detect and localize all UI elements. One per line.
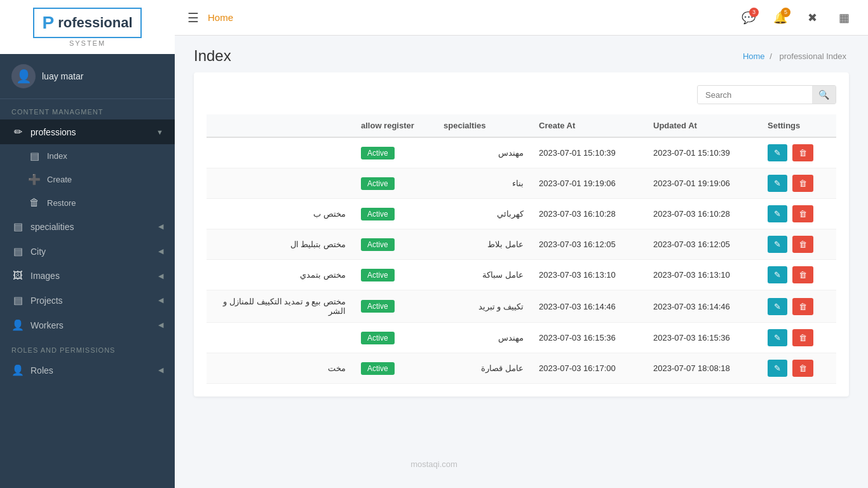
cell-updated: 2023-07-01 19:19:06 — [646, 168, 760, 199]
hamburger-icon[interactable]: ☰ — [187, 10, 199, 25]
chevron-left-icon-roles: ◀ — [158, 366, 163, 374]
delete-button[interactable]: 🗑 — [792, 298, 813, 315]
roles-icon: 👤 — [11, 364, 24, 376]
cell-name: مختص بيع و تمديد التكييف للمنازل و الشر — [207, 290, 353, 323]
images-icon: 🖼 — [11, 270, 24, 281]
logo-box: P rofessional — [33, 8, 141, 38]
notification-button[interactable]: 🔔 5 — [769, 6, 792, 29]
cell-register: Active — [353, 137, 436, 168]
col-header-updated: Updated At — [646, 114, 760, 137]
cell-specialties: عامل سباكة — [436, 260, 531, 290]
user-section: 👤 luay matar — [0, 54, 175, 99]
cell-name: مختص بتمدي — [207, 260, 353, 290]
status-badge: Active — [361, 300, 395, 313]
projects-icon: ▤ — [11, 294, 24, 306]
sidebar-item-index[interactable]: ▤ Index — [0, 144, 175, 168]
sidebar-item-create[interactable]: ➕ Create — [0, 168, 175, 191]
table-row: مختص بتبليط ال Active عامل بلاط 2023-07-… — [207, 229, 836, 260]
chevron-left-icon-images: ◀ — [158, 272, 163, 280]
grid-button[interactable]: ▦ — [832, 6, 855, 29]
sidebar-item-label-roles: Roles — [31, 365, 53, 376]
sidebar-item-label-projects: Projects — [31, 295, 63, 306]
cell-created: 2023-07-01 15:10:39 — [531, 137, 646, 168]
delete-button[interactable]: 🗑 — [792, 266, 813, 283]
cell-created: 2023-07-01 19:19:06 — [531, 168, 646, 199]
breadcrumb-home[interactable]: Home — [743, 51, 765, 61]
sidebar-item-label-city: City — [31, 247, 46, 257]
main-area: ☰ Home 💬 3 🔔 5 ✖ ▦ Index Home / prof — [175, 0, 868, 488]
cell-created: 2023-07-03 16:14:46 — [531, 290, 646, 323]
home-link[interactable]: Home — [208, 12, 233, 23]
cell-updated: 2023-07-07 18:08:18 — [646, 353, 760, 384]
page-title: Index — [194, 47, 231, 65]
cell-name — [207, 168, 353, 199]
cell-register: Active — [353, 353, 436, 384]
content-area: 🔍 allow register specialties Create At U… — [175, 72, 868, 488]
chevron-left-icon-projects: ◀ — [158, 296, 163, 304]
close-button[interactable]: ✖ — [801, 6, 824, 29]
chevron-left-icon-workers: ◀ — [158, 321, 163, 329]
cell-settings: ✎ 🗑 — [760, 137, 836, 168]
edit-button[interactable]: ✎ — [768, 266, 787, 283]
status-badge: Active — [361, 147, 395, 159]
search-button[interactable]: 🔍 — [812, 86, 836, 104]
sidebar-item-label-restore: Restore — [47, 198, 76, 208]
delete-button[interactable]: 🗑 — [792, 360, 813, 377]
cell-name: مختص ب — [207, 199, 353, 229]
city-icon: ▤ — [11, 245, 24, 257]
cell-settings: ✎ 🗑 — [760, 199, 836, 229]
sidebar-item-label-specialities: specialities — [31, 222, 74, 232]
cell-updated: 2023-07-01 15:10:39 — [646, 137, 760, 168]
table-row: مختص بيع و تمديد التكييف للمنازل و الشر … — [207, 290, 836, 323]
sidebar-item-city[interactable]: ▤ City ◀ — [0, 239, 175, 264]
edit-button[interactable]: ✎ — [768, 298, 787, 315]
content-section-label: Content Managment — [0, 99, 175, 119]
sidebar-item-workers[interactable]: 👤 Workers ◀ — [0, 313, 175, 337]
edit-button[interactable]: ✎ — [768, 236, 787, 253]
delete-button[interactable]: 🗑 — [792, 175, 813, 192]
sidebar-item-restore[interactable]: 🗑 Restore — [0, 191, 175, 214]
status-badge: Active — [361, 269, 395, 281]
data-table: allow register specialties Create At Upd… — [207, 114, 836, 384]
notif-badge: 5 — [781, 8, 790, 17]
logo-sub: SYSTEM — [33, 39, 141, 47]
cell-created: 2023-07-03 16:17:00 — [531, 353, 646, 384]
grid-icon: ▦ — [839, 11, 850, 25]
col-header-specialties: specialties — [436, 114, 531, 137]
page-header: Index Home / professional Index — [175, 36, 868, 72]
sidebar-item-specialities[interactable]: ▤ specialities ◀ — [0, 214, 175, 239]
cell-register: Active — [353, 323, 436, 353]
edit-button[interactable]: ✎ — [768, 205, 787, 222]
cell-updated: 2023-07-03 16:13:10 — [646, 260, 760, 290]
delete-button[interactable]: 🗑 — [792, 329, 813, 346]
avatar-icon: 👤 — [16, 69, 32, 84]
sidebar-item-label-index: Index — [47, 151, 67, 161]
delete-button[interactable]: 🗑 — [792, 236, 813, 253]
sidebar-item-projects[interactable]: ▤ Projects ◀ — [0, 288, 175, 313]
cell-settings: ✎ 🗑 — [760, 290, 836, 323]
edit-button[interactable]: ✎ — [768, 144, 787, 161]
cell-specialties: عامل بلاط — [436, 229, 531, 260]
sidebar-item-roles[interactable]: 👤 Roles ◀ — [0, 358, 175, 383]
cell-specialties: مهندس — [436, 137, 531, 168]
cell-updated: 2023-07-03 16:15:36 — [646, 323, 760, 353]
status-badge: Active — [361, 362, 395, 375]
search-input[interactable] — [698, 86, 812, 104]
close-icon: ✖ — [808, 11, 817, 25]
status-badge: Active — [361, 238, 395, 251]
edit-button[interactable]: ✎ — [768, 329, 787, 346]
delete-button[interactable]: 🗑 — [792, 144, 813, 161]
sidebar-item-images[interactable]: 🖼 Images ◀ — [0, 264, 175, 288]
breadcrumb-current: professional Index — [779, 51, 846, 61]
create-icon: ➕ — [28, 173, 41, 186]
sidebar-item-professions[interactable]: ✏ professions ▼ — [0, 119, 175, 144]
cell-register: Active — [353, 260, 436, 290]
delete-button[interactable]: 🗑 — [792, 205, 813, 222]
cell-updated: 2023-07-03 16:14:46 — [646, 290, 760, 323]
edit-button[interactable]: ✎ — [768, 175, 787, 192]
topbar: ☰ Home 💬 3 🔔 5 ✖ ▦ — [175, 0, 868, 36]
chat-button[interactable]: 💬 3 — [737, 6, 760, 29]
col-header-register: allow register — [353, 114, 436, 137]
table-row: مخت Active عامل قصارة 2023-07-03 16:17:0… — [207, 353, 836, 384]
edit-button[interactable]: ✎ — [768, 360, 787, 377]
